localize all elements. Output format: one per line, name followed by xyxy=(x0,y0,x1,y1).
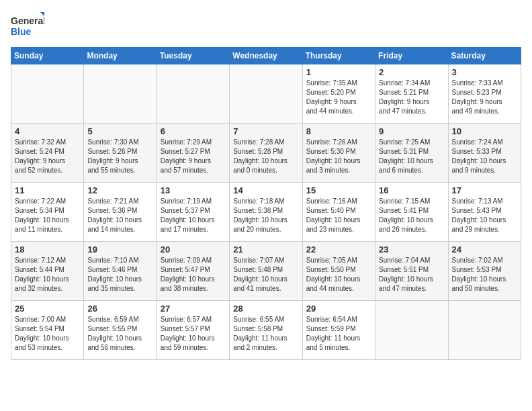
calendar-day-cell: 27Sunrise: 6:57 AM Sunset: 5:57 PM Dayli… xyxy=(157,301,229,360)
calendar-day-cell xyxy=(157,64,229,124)
calendar-week-row: 11Sunrise: 7:22 AM Sunset: 5:34 PM Dayli… xyxy=(11,183,521,242)
calendar-day-cell: 23Sunrise: 7:04 AM Sunset: 5:51 PM Dayli… xyxy=(375,242,448,301)
day-info: Sunrise: 7:24 AM Sunset: 5:33 PM Dayligh… xyxy=(452,138,517,175)
day-info: Sunrise: 7:00 AM Sunset: 5:54 PM Dayligh… xyxy=(15,315,80,353)
calendar-day-cell: 24Sunrise: 7:02 AM Sunset: 5:53 PM Dayli… xyxy=(448,242,521,301)
day-info: Sunrise: 7:21 AM Sunset: 5:36 PM Dayligh… xyxy=(87,197,152,234)
day-number: 1 xyxy=(306,67,371,77)
calendar-day-cell: 21Sunrise: 7:07 AM Sunset: 5:48 PM Dayli… xyxy=(230,242,302,301)
header-area: General Blue xyxy=(11,11,521,40)
calendar-day-cell: 10Sunrise: 7:24 AM Sunset: 5:33 PM Dayli… xyxy=(448,124,521,183)
day-info: Sunrise: 7:28 AM Sunset: 5:28 PM Dayligh… xyxy=(233,138,298,175)
day-number: 23 xyxy=(379,244,444,255)
weekday-header-cell: Tuesday xyxy=(157,48,229,64)
day-number: 25 xyxy=(15,304,80,314)
day-number: 8 xyxy=(306,126,371,136)
calendar-day-cell xyxy=(11,64,84,124)
logo: General Blue xyxy=(11,11,44,40)
calendar-week-row: 4Sunrise: 7:32 AM Sunset: 5:24 PM Daylig… xyxy=(11,124,521,183)
day-number: 7 xyxy=(233,126,298,136)
day-number: 15 xyxy=(306,185,371,195)
logo-svg: General Blue xyxy=(11,11,44,40)
day-number: 16 xyxy=(379,185,444,195)
day-info: Sunrise: 7:09 AM Sunset: 5:47 PM Dayligh… xyxy=(161,256,226,293)
day-info: Sunrise: 7:12 AM Sunset: 5:44 PM Dayligh… xyxy=(15,256,80,293)
calendar-day-cell: 22Sunrise: 7:05 AM Sunset: 5:50 PM Dayli… xyxy=(302,242,375,301)
weekday-header-cell: Wednesday xyxy=(230,48,302,64)
weekday-header-cell: Friday xyxy=(375,48,448,64)
day-number: 18 xyxy=(15,244,80,255)
day-info: Sunrise: 7:26 AM Sunset: 5:30 PM Dayligh… xyxy=(306,138,371,175)
calendar-day-cell: 20Sunrise: 7:09 AM Sunset: 5:47 PM Dayli… xyxy=(157,242,229,301)
day-info: Sunrise: 7:32 AM Sunset: 5:24 PM Dayligh… xyxy=(15,138,80,175)
weekday-header-cell: Monday xyxy=(84,48,157,64)
day-number: 4 xyxy=(15,126,80,136)
day-info: Sunrise: 6:55 AM Sunset: 5:58 PM Dayligh… xyxy=(233,315,298,353)
calendar-day-cell: 29Sunrise: 6:54 AM Sunset: 5:59 PM Dayli… xyxy=(302,301,375,360)
day-info: Sunrise: 7:16 AM Sunset: 5:40 PM Dayligh… xyxy=(306,197,371,234)
day-info: Sunrise: 7:10 AM Sunset: 5:46 PM Dayligh… xyxy=(87,256,152,293)
day-info: Sunrise: 7:29 AM Sunset: 5:27 PM Dayligh… xyxy=(161,138,226,175)
calendar-day-cell: 19Sunrise: 7:10 AM Sunset: 5:46 PM Dayli… xyxy=(84,242,157,301)
day-info: Sunrise: 6:54 AM Sunset: 5:59 PM Dayligh… xyxy=(306,315,371,353)
day-number: 10 xyxy=(452,126,517,136)
calendar-day-cell xyxy=(230,64,302,124)
day-info: Sunrise: 7:15 AM Sunset: 5:41 PM Dayligh… xyxy=(379,197,444,234)
day-number: 22 xyxy=(306,244,371,255)
day-info: Sunrise: 7:13 AM Sunset: 5:43 PM Dayligh… xyxy=(452,197,517,234)
day-info: Sunrise: 6:59 AM Sunset: 5:55 PM Dayligh… xyxy=(87,315,152,353)
weekday-header-cell: Sunday xyxy=(11,48,84,64)
day-info: Sunrise: 7:35 AM Sunset: 5:20 PM Dayligh… xyxy=(306,79,371,116)
calendar-day-cell xyxy=(448,301,521,360)
calendar-day-cell: 17Sunrise: 7:13 AM Sunset: 5:43 PM Dayli… xyxy=(448,183,521,242)
calendar-day-cell: 2Sunrise: 7:34 AM Sunset: 5:21 PM Daylig… xyxy=(375,64,448,124)
day-number: 20 xyxy=(161,244,226,255)
day-info: Sunrise: 7:19 AM Sunset: 5:37 PM Dayligh… xyxy=(161,197,226,234)
day-number: 26 xyxy=(87,304,152,314)
day-info: Sunrise: 6:57 AM Sunset: 5:57 PM Dayligh… xyxy=(161,315,226,353)
calendar-day-cell: 3Sunrise: 7:33 AM Sunset: 5:23 PM Daylig… xyxy=(448,64,521,124)
day-number: 14 xyxy=(233,185,298,195)
calendar-day-cell: 12Sunrise: 7:21 AM Sunset: 5:36 PM Dayli… xyxy=(84,183,157,242)
svg-text:General: General xyxy=(11,15,44,26)
calendar-day-cell: 28Sunrise: 6:55 AM Sunset: 5:58 PM Dayli… xyxy=(230,301,302,360)
calendar-day-cell xyxy=(375,301,448,360)
calendar-day-cell: 14Sunrise: 7:18 AM Sunset: 5:38 PM Dayli… xyxy=(230,183,302,242)
day-number: 28 xyxy=(233,304,298,314)
day-info: Sunrise: 7:18 AM Sunset: 5:38 PM Dayligh… xyxy=(233,197,298,234)
day-number: 11 xyxy=(15,185,80,195)
day-number: 19 xyxy=(87,244,152,255)
weekday-header-cell: Saturday xyxy=(448,48,521,64)
calendar-day-cell: 15Sunrise: 7:16 AM Sunset: 5:40 PM Dayli… xyxy=(302,183,375,242)
day-info: Sunrise: 7:25 AM Sunset: 5:31 PM Dayligh… xyxy=(379,138,444,175)
day-number: 3 xyxy=(452,67,517,77)
day-number: 9 xyxy=(379,126,444,136)
day-info: Sunrise: 7:34 AM Sunset: 5:21 PM Dayligh… xyxy=(379,79,444,116)
calendar-body: 1Sunrise: 7:35 AM Sunset: 5:20 PM Daylig… xyxy=(11,64,521,360)
calendar-table: SundayMondayTuesdayWednesdayThursdayFrid… xyxy=(11,47,521,360)
calendar-day-cell: 7Sunrise: 7:28 AM Sunset: 5:28 PM Daylig… xyxy=(230,124,302,183)
day-number: 27 xyxy=(161,304,226,314)
calendar-day-cell: 8Sunrise: 7:26 AM Sunset: 5:30 PM Daylig… xyxy=(302,124,375,183)
calendar-day-cell: 5Sunrise: 7:30 AM Sunset: 5:26 PM Daylig… xyxy=(84,124,157,183)
day-number: 5 xyxy=(87,126,152,136)
weekday-header-cell: Thursday xyxy=(302,48,375,64)
day-info: Sunrise: 7:05 AM Sunset: 5:50 PM Dayligh… xyxy=(306,256,371,293)
day-number: 13 xyxy=(161,185,226,195)
day-number: 6 xyxy=(161,126,226,136)
calendar-day-cell: 1Sunrise: 7:35 AM Sunset: 5:20 PM Daylig… xyxy=(302,64,375,124)
calendar-week-row: 18Sunrise: 7:12 AM Sunset: 5:44 PM Dayli… xyxy=(11,242,521,301)
day-info: Sunrise: 7:04 AM Sunset: 5:51 PM Dayligh… xyxy=(379,256,444,293)
calendar-week-row: 25Sunrise: 7:00 AM Sunset: 5:54 PM Dayli… xyxy=(11,301,521,360)
day-number: 21 xyxy=(233,244,298,255)
day-number: 29 xyxy=(306,304,371,314)
day-number: 2 xyxy=(379,67,444,77)
calendar-day-cell: 13Sunrise: 7:19 AM Sunset: 5:37 PM Dayli… xyxy=(157,183,229,242)
calendar-day-cell: 16Sunrise: 7:15 AM Sunset: 5:41 PM Dayli… xyxy=(375,183,448,242)
calendar-day-cell: 25Sunrise: 7:00 AM Sunset: 5:54 PM Dayli… xyxy=(11,301,84,360)
day-info: Sunrise: 7:07 AM Sunset: 5:48 PM Dayligh… xyxy=(233,256,298,293)
weekday-header-row: SundayMondayTuesdayWednesdayThursdayFrid… xyxy=(11,48,521,64)
calendar-day-cell: 4Sunrise: 7:32 AM Sunset: 5:24 PM Daylig… xyxy=(11,124,84,183)
day-number: 12 xyxy=(87,185,152,195)
calendar-week-row: 1Sunrise: 7:35 AM Sunset: 5:20 PM Daylig… xyxy=(11,64,521,124)
